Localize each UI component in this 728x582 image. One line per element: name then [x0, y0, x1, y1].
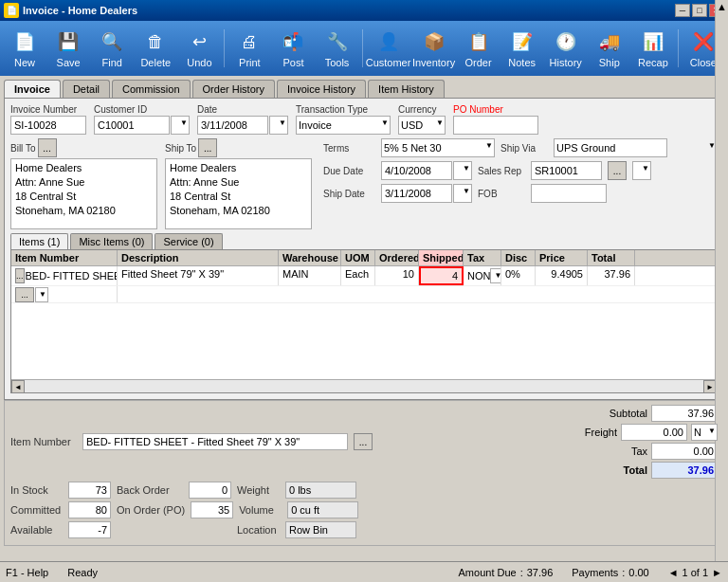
bottom-item-row: Item Number ... Subtotal Freight N Tax	[10, 405, 718, 479]
customer-button[interactable]: 👤 Customer	[367, 25, 410, 72]
committed-input	[68, 501, 111, 518]
hscroll-left-btn[interactable]: ◄	[11, 380, 25, 393]
toolbar-separator-2	[362, 29, 363, 67]
bottom-item-label: Item Number	[10, 436, 77, 447]
sales-rep-select[interactable]	[632, 161, 651, 180]
freight-flag-select[interactable]: N	[691, 424, 718, 441]
sub-tab-items[interactable]: Items (1)	[10, 233, 68, 249]
window-title: Invoice - Home Dealers	[23, 5, 137, 16]
history-button[interactable]: 🕐 History	[545, 25, 587, 72]
add-row[interactable]: ...	[11, 286, 717, 303]
tools-icon: 🔧	[324, 28, 351, 55]
date-label: Date	[197, 104, 288, 115]
delete-button[interactable]: 🗑 Delete	[135, 25, 176, 72]
page-nav-right[interactable]: ►	[712, 567, 722, 578]
total-input	[651, 462, 718, 479]
ship-date-input[interactable]	[381, 184, 452, 203]
post-button[interactable]: 📬 Post	[272, 25, 314, 72]
ship-to-scroll[interactable]: ▲ ▼	[715, 0, 728, 582]
tab-order-history[interactable]: Order History	[192, 80, 275, 98]
ship-to-address-text: Home DealersAttn: Anne Sue18 Central StS…	[170, 162, 270, 216]
bill-to-dots-button[interactable]: ...	[38, 138, 57, 157]
item-number-value: BED- FITTED SHEE	[26, 270, 118, 282]
freight-input[interactable]	[621, 424, 687, 441]
sales-rep-dots-button[interactable]: ...	[608, 161, 627, 180]
bottom-stock-row: In Stock Back Order Weight	[10, 482, 718, 499]
terms-label: Terms	[323, 143, 375, 154]
order-button[interactable]: 📋 Order	[458, 25, 500, 72]
ship-button[interactable]: 🚚 Ship	[589, 25, 630, 72]
print-button[interactable]: 🖨 Print	[228, 25, 270, 72]
due-date-label: Due Date	[323, 166, 375, 176]
bill-to-label: Bill To	[10, 143, 36, 154]
customer-id-input[interactable]	[94, 116, 170, 135]
back-order-label: Back Order	[117, 484, 183, 496]
customer-id-label: Customer ID	[94, 104, 190, 115]
save-button[interactable]: 💾 Save	[47, 25, 89, 72]
item-number-dots-button[interactable]: ...	[15, 268, 25, 283]
po-number-group: PO Number	[453, 104, 538, 135]
ship-to-dots-button[interactable]: ...	[198, 138, 217, 157]
tab-invoice[interactable]: Invoice	[4, 80, 61, 98]
inventory-button[interactable]: 📦 Inventory	[412, 25, 456, 72]
bottom-item-input[interactable]	[82, 433, 348, 450]
toolbar-separator-3	[678, 29, 679, 67]
add-item-number: ...	[11, 286, 118, 302]
transaction-type-select[interactable]: Invoice	[296, 116, 391, 135]
sub-tab-service[interactable]: Service (0)	[155, 233, 222, 249]
terms-select[interactable]: 5% 5 Net 30	[381, 138, 495, 157]
po-number-input[interactable]	[453, 116, 538, 135]
tab-detail[interactable]: Detail	[63, 80, 110, 98]
items-hscroll[interactable]: ◄ ►	[11, 379, 717, 392]
page-item: ◄ 1 of 1 ►	[668, 567, 722, 578]
maximize-button[interactable]: □	[692, 4, 707, 17]
ship-scroll-up-icon[interactable]: ▲	[717, 1, 727, 12]
fob-input[interactable]	[531, 184, 607, 203]
hscroll-track[interactable]	[25, 380, 703, 392]
customer-id-select[interactable]	[171, 116, 190, 135]
tax-select[interactable]	[490, 268, 501, 283]
page-nav-left[interactable]: ◄	[668, 567, 679, 578]
ship-via-select[interactable]: UPS Ground	[554, 138, 667, 157]
tools-button[interactable]: 🔧 Tools	[317, 25, 358, 72]
bottom-section: Item Number ... Subtotal Freight N Tax	[4, 400, 724, 546]
new-button[interactable]: 📄 New	[4, 25, 46, 72]
tab-invoice-history[interactable]: Invoice History	[277, 80, 366, 98]
date-select[interactable]	[269, 116, 288, 135]
recap-button[interactable]: 📊 Recap	[632, 25, 674, 72]
in-stock-input	[68, 482, 111, 499]
fob-label: FOB	[478, 189, 525, 199]
bottom-available-row: Available Location	[10, 521, 718, 538]
tab-commission[interactable]: Commission	[112, 80, 191, 98]
undo-button[interactable]: ↩ Undo	[178, 25, 220, 72]
add-item-dots-button[interactable]: ...	[15, 287, 34, 302]
due-date-select[interactable]	[453, 161, 472, 180]
sales-rep-input[interactable]	[531, 161, 602, 180]
weight-label: Weight	[237, 484, 280, 496]
minimize-button[interactable]: ─	[675, 4, 690, 17]
tab-item-history[interactable]: Item History	[368, 80, 445, 98]
committed-label: Committed	[10, 504, 63, 516]
add-item-select[interactable]	[35, 287, 48, 302]
tax-label: Tax	[595, 446, 647, 457]
find-button[interactable]: 🔍 Find	[91, 25, 133, 72]
items-table-header: Item Number Description Warehouse UOM Or…	[11, 250, 717, 266]
invoice-number-input[interactable]	[10, 116, 86, 135]
notes-button[interactable]: 📝 Notes	[501, 25, 543, 72]
ship-date-select[interactable]	[453, 184, 472, 203]
due-date-input[interactable]	[381, 161, 452, 180]
sub-tab-misc-items[interactable]: Misc Items (0)	[70, 233, 153, 249]
bottom-item-dots-button[interactable]: ...	[354, 433, 373, 450]
on-order-label: On Order (PO)	[117, 504, 185, 516]
inventory-icon: 📦	[421, 28, 447, 55]
amount-due-item: Amount Due : 37.96	[459, 567, 554, 578]
date-input[interactable]	[197, 116, 268, 135]
sales-rep-label: Sales Rep	[478, 166, 525, 176]
table-row[interactable]: ... BED- FITTED SHEE Fitted Sheet 79" X …	[11, 266, 717, 286]
freight-label: Freight	[565, 427, 617, 438]
customer-id-group: Customer ID	[94, 104, 190, 135]
main-content: Invoice Number Customer ID Date Transact…	[4, 98, 724, 400]
cell-shipped[interactable]: 4	[419, 266, 464, 285]
currency-select[interactable]: USD	[398, 116, 446, 135]
save-icon: 💾	[55, 28, 82, 55]
